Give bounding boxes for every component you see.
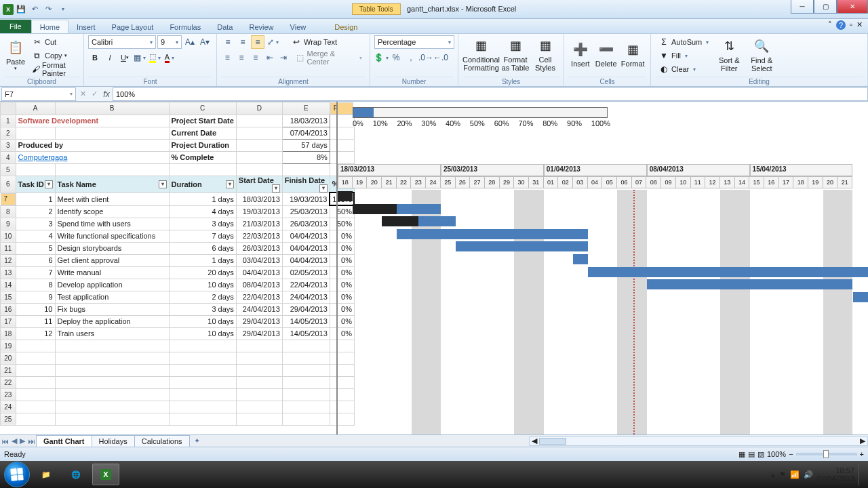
- format-as-table-button[interactable]: ▦Format as Table: [501, 35, 530, 75]
- comma-format-icon[interactable]: ,: [404, 51, 418, 64]
- wrap-text-button[interactable]: ↩Wrap Text: [288, 35, 340, 49]
- insert-cells-button[interactable]: ➕Insert: [568, 35, 593, 75]
- sheet-nav-first-icon[interactable]: ⏮: [0, 437, 10, 445]
- number-format-select[interactable]: Percentage: [374, 35, 454, 49]
- tray-network-icon[interactable]: 📶: [790, 470, 800, 479]
- help-icon[interactable]: ?: [836, 20, 846, 30]
- taskbar-excel-icon[interactable]: X: [92, 464, 119, 485]
- zoom-in-icon[interactable]: +: [860, 450, 864, 458]
- tray-flag-icon[interactable]: ⚑: [779, 470, 786, 479]
- tab-home[interactable]: Home: [31, 20, 68, 33]
- font-color-button[interactable]: A: [163, 51, 176, 64]
- sheet-nav-next-icon[interactable]: ▶: [18, 436, 26, 445]
- maximize-button[interactable]: ▢: [814, 0, 837, 14]
- cut-button[interactable]: ✂Cut: [28, 35, 79, 49]
- tab-insert[interactable]: Insert: [68, 20, 104, 33]
- delete-cells-button[interactable]: ➖Delete: [594, 35, 618, 75]
- worksheet-grid[interactable]: ABCDEF1Software DevelopmentProject Start…: [0, 102, 868, 436]
- formula-input[interactable]: 100%: [113, 87, 868, 101]
- fx-icon[interactable]: fx: [100, 89, 113, 99]
- taskbar-explorer-icon[interactable]: 📁: [33, 464, 60, 485]
- clear-button[interactable]: ◐Clear: [655, 62, 712, 76]
- sheet-nav-prev-icon[interactable]: ◀: [10, 436, 18, 445]
- minimize-ribbon-icon[interactable]: ˄: [828, 20, 832, 30]
- col-header[interactable]: C: [169, 102, 236, 115]
- decrease-decimal-icon[interactable]: ←.0: [434, 51, 448, 64]
- align-top-icon[interactable]: ≡: [221, 35, 235, 49]
- increase-font-icon[interactable]: A▴: [183, 35, 197, 49]
- tab-data[interactable]: Data: [209, 20, 241, 33]
- sheet-tab-calculations[interactable]: Calculations: [134, 435, 190, 447]
- align-middle-icon[interactable]: ≡: [236, 35, 250, 49]
- select-all[interactable]: [1, 102, 16, 115]
- conditional-formatting-button[interactable]: ▦Conditional Formatting: [462, 35, 500, 75]
- row-header[interactable]: 2: [1, 127, 16, 139]
- minimize-button[interactable]: ─: [791, 0, 814, 14]
- format-cells-button[interactable]: ▦Format: [620, 35, 647, 75]
- border-button[interactable]: ▦: [133, 51, 146, 64]
- autosum-button[interactable]: ΣAutoSum: [655, 35, 712, 49]
- show-desktop-button[interactable]: [859, 464, 864, 485]
- row-header[interactable]: 5: [1, 163, 16, 176]
- underline-button[interactable]: U▾: [118, 51, 132, 64]
- format-painter-button[interactable]: 🖌Format Painter: [28, 62, 79, 76]
- name-box[interactable]: F7▾: [1, 87, 76, 101]
- tab-design[interactable]: Design: [326, 20, 366, 33]
- decrease-font-icon[interactable]: A▾: [198, 35, 212, 49]
- tab-file[interactable]: File: [0, 20, 31, 33]
- copy-button[interactable]: ⧉Copy▾: [28, 49, 79, 62]
- col-header[interactable]: B: [55, 102, 169, 115]
- align-center-icon[interactable]: ≡: [235, 51, 248, 64]
- merge-center-button[interactable]: ⬚Merge & Center: [292, 51, 366, 64]
- italic-button[interactable]: I: [103, 51, 117, 64]
- align-right-icon[interactable]: ≡: [250, 51, 262, 64]
- col-header[interactable]: A: [16, 102, 55, 115]
- sheet-tab-holidays[interactable]: Holidays: [92, 435, 135, 447]
- view-pagebreak-icon[interactable]: ▧: [757, 450, 764, 459]
- increase-indent-icon[interactable]: ⇥: [277, 51, 290, 64]
- bold-button[interactable]: B: [88, 51, 102, 64]
- tray-up-icon[interactable]: ▴: [771, 470, 775, 479]
- cancel-formula-icon[interactable]: ✕: [77, 89, 89, 98]
- align-bottom-icon[interactable]: ≡: [251, 35, 264, 49]
- sheet-tab-gantt[interactable]: Gantt Chart: [36, 435, 92, 447]
- close-button[interactable]: ✕: [837, 0, 868, 14]
- zoom-slider[interactable]: [796, 453, 857, 455]
- accounting-format-icon[interactable]: 💲: [374, 51, 388, 64]
- tab-review[interactable]: Review: [241, 20, 281, 33]
- enter-formula-icon[interactable]: ✓: [89, 89, 100, 98]
- row-header[interactable]: 1: [1, 115, 16, 127]
- increase-decimal-icon[interactable]: .0→: [419, 51, 433, 64]
- qat-save-icon[interactable]: 💾: [15, 3, 27, 16]
- cell-styles-button[interactable]: ▦Cell Styles: [531, 35, 559, 75]
- window-close-icon[interactable]: ✕: [856, 20, 863, 30]
- start-button[interactable]: [4, 462, 30, 487]
- qat-undo-icon[interactable]: ↶: [28, 3, 41, 16]
- qat-redo-icon[interactable]: ↷: [42, 3, 54, 16]
- align-left-icon[interactable]: ≡: [221, 51, 234, 64]
- font-size-select[interactable]: 9: [157, 35, 182, 49]
- col-header[interactable]: E: [282, 102, 330, 115]
- sheet-nav-last-icon[interactable]: ⏭: [26, 437, 37, 445]
- view-normal-icon[interactable]: ▦: [738, 450, 745, 459]
- percent-format-icon[interactable]: %: [389, 51, 403, 64]
- horizontal-scrollbar[interactable]: ◀▶: [529, 436, 868, 446]
- font-name-select[interactable]: Calibri: [88, 35, 156, 49]
- zoom-level[interactable]: 100%: [767, 450, 786, 458]
- taskbar-chrome-icon[interactable]: 🌐: [62, 464, 90, 485]
- tab-formulas[interactable]: Formulas: [161, 20, 209, 33]
- window-restore-icon[interactable]: ▫: [850, 20, 852, 30]
- tab-page-layout[interactable]: Page Layout: [104, 20, 162, 33]
- sort-filter-button[interactable]: ⇅Sort & Filter: [713, 36, 745, 75]
- tray-volume-icon[interactable]: 🔊: [804, 470, 813, 479]
- qat-customize-icon[interactable]: [56, 3, 68, 16]
- row-header[interactable]: 3: [1, 139, 16, 151]
- new-sheet-icon[interactable]: ✦: [193, 436, 201, 445]
- tab-view[interactable]: View: [282, 20, 315, 33]
- orientation-icon[interactable]: ⤢: [266, 35, 279, 49]
- fill-color-button[interactable]: ⬚: [148, 51, 161, 64]
- zoom-out-icon[interactable]: −: [789, 450, 793, 458]
- find-select-button[interactable]: 🔍Find & Select: [746, 36, 777, 75]
- paste-button[interactable]: 📋Paste▾: [4, 36, 27, 75]
- col-header[interactable]: D: [236, 102, 282, 115]
